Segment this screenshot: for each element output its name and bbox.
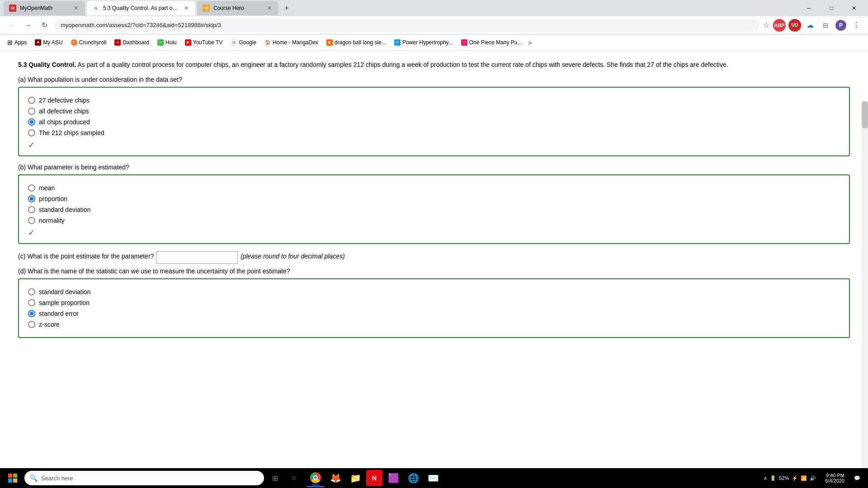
google-favicon: G: [92, 5, 99, 12]
part-d-label: (d) What is the name of the statistic ca…: [18, 267, 850, 275]
hulu-favicon: H: [157, 39, 164, 46]
title-bar: M MyOpenMath ✕ G 5.3 Quality Control. As…: [0, 0, 868, 16]
taskbar-search-bar[interactable]: 🔍 Search here: [24, 471, 264, 485]
scrollbar-thumb[interactable]: [862, 101, 868, 128]
bookmark-mangadex[interactable]: 🏠 Home - MangaDex: [261, 38, 322, 47]
part-d-option-3[interactable]: standard error: [28, 310, 840, 317]
part-d-answer-box: standard deviation sample proportion sta…: [18, 278, 850, 338]
bookmark-google[interactable]: G Google: [227, 38, 260, 47]
part-d-radio-3[interactable]: [28, 310, 35, 317]
part-b-option-1[interactable]: mean: [28, 184, 840, 192]
part-a-option-1-label: 27 defective chips: [39, 97, 90, 104]
part-a-option-3-label: all chips produced: [39, 118, 90, 126]
bookmark-apps-label: Apps: [14, 39, 27, 46]
part-b-label: (b) What parameter is being estimated?: [18, 164, 850, 171]
part-a-option-3[interactable]: all chips produced: [28, 118, 840, 126]
profile-icon[interactable]: P: [835, 19, 847, 32]
files-taskbar-icon[interactable]: 📁: [346, 469, 364, 487]
part-d-option-2[interactable]: sample proportion: [28, 299, 840, 306]
part-a-radio-4[interactable]: [28, 129, 35, 136]
back-button[interactable]: ←: [5, 19, 18, 32]
tab-course-hero-title: Course Hero: [213, 5, 262, 11]
new-tab-button[interactable]: +: [280, 2, 293, 14]
scrollbar[interactable]: [862, 101, 868, 468]
firefox-taskbar-icon[interactable]: 🦊: [326, 469, 344, 487]
bookmark-one-piece[interactable]: ○ One Piece Many Pu...: [458, 38, 526, 47]
refresh-button[interactable]: ↻: [38, 19, 51, 32]
part-a-option-1[interactable]: 27 defective chips: [28, 97, 840, 104]
part-d-option-4[interactable]: z-score: [28, 321, 840, 328]
part-a-radio-3[interactable]: [28, 118, 35, 126]
tab-quality-control-close[interactable]: ✕: [183, 5, 190, 12]
youtube-favicon: ▶: [185, 39, 191, 46]
url-input[interactable]: [54, 19, 760, 32]
tab-quality-control[interactable]: G 5.3 Quality Control. As part of a c...…: [87, 1, 195, 15]
clock[interactable]: 9:40 PM 6/4/2020: [821, 473, 848, 483]
minimize-button[interactable]: ─: [798, 1, 819, 15]
bookmark-apps[interactable]: ⊞ Apps: [4, 37, 30, 48]
part-c-input[interactable]: [156, 251, 238, 264]
battery-percentage: 52%: [779, 475, 789, 481]
close-button[interactable]: ✕: [844, 1, 864, 15]
tab-course-hero-close[interactable]: ✕: [266, 5, 273, 12]
chrome-taskbar-icon[interactable]: [307, 469, 325, 487]
google-bm-favicon: G: [231, 39, 237, 46]
part-a-option-4[interactable]: The 212 chips sampled: [28, 129, 840, 136]
svg-rect-2: [8, 479, 12, 483]
bookmark-crunchyroll-label: Crunchyroll: [79, 39, 107, 46]
part-a-option-2[interactable]: all defective chips: [28, 108, 840, 115]
bookmark-youtube-tv[interactable]: ▶ YouTube TV: [181, 38, 226, 47]
part-b-option-4[interactable]: normality: [28, 217, 840, 224]
notification-button[interactable]: 💬: [850, 469, 864, 487]
bookmark-dragonball[interactable]: ◉ dragon ball long sle...: [323, 38, 390, 47]
part-b-radio-2[interactable]: [28, 195, 35, 202]
part-b-option-2[interactable]: proportion: [28, 195, 840, 202]
page-content: 5.3 Quality Control. As part of a qualit…: [0, 51, 868, 468]
part-b-option-3[interactable]: standard deviation: [28, 206, 840, 213]
tab-course-hero[interactable]: ★ Course Hero ✕: [197, 1, 278, 15]
show-hidden-icons-button[interactable]: ∧: [764, 475, 767, 481]
profile-avatar: P: [835, 20, 846, 31]
part-d-radio-2[interactable]: [28, 299, 35, 306]
edge-taskbar-icon[interactable]: 🌐: [404, 469, 422, 487]
ud-icon[interactable]: UD: [788, 19, 801, 32]
svg-rect-1: [13, 474, 17, 478]
part-b-radio-4[interactable]: [28, 217, 35, 224]
cast-icon[interactable]: ⊟: [819, 19, 832, 32]
cortana-button[interactable]: ○: [286, 470, 302, 486]
part-b-radio-3[interactable]: [28, 206, 35, 213]
address-bar: ← → ↻ ☆ ABP UD ☁ ⊟ P ⋮: [0, 16, 868, 34]
bookmark-power-hypertrophy[interactable]: P Power Hypertrophy...: [391, 38, 457, 47]
part-a-radio-1[interactable]: [28, 97, 35, 104]
menu-icon[interactable]: ⋮: [850, 19, 863, 32]
start-button[interactable]: [4, 469, 22, 487]
window-controls: ─ □ ✕: [798, 1, 864, 15]
part-b-radio-1[interactable]: [28, 184, 35, 192]
part-a-radio-2[interactable]: [28, 108, 35, 115]
maximize-button[interactable]: □: [821, 1, 842, 15]
part-d-option-1[interactable]: standard deviation: [28, 288, 840, 296]
bookmark-star-icon[interactable]: ☆: [763, 21, 769, 29]
part-d-radio-4[interactable]: [28, 321, 35, 328]
part-d-radio-1[interactable]: [28, 288, 35, 296]
cloud-icon[interactable]: ☁: [804, 19, 816, 32]
tab-myopenmath[interactable]: M MyOpenMath ✕: [4, 1, 85, 15]
mail-taskbar-icon[interactable]: ✉️: [424, 469, 442, 487]
bookmark-one-piece-label: One Piece Many Pu...: [469, 39, 522, 46]
bookmark-hulu[interactable]: H Hulu: [154, 38, 180, 47]
abp-icon[interactable]: ABP: [773, 19, 786, 32]
part-a-checkmark: ✓: [28, 140, 840, 150]
slack-taskbar-icon[interactable]: 🟪: [384, 469, 402, 487]
netflix-taskbar-icon[interactable]: N: [366, 470, 382, 486]
bookmarks-more-icon[interactable]: »: [528, 39, 532, 46]
svg-rect-3: [13, 479, 17, 483]
forward-button[interactable]: →: [22, 19, 34, 32]
bookmark-myasu[interactable]: A My ASU: [31, 38, 66, 47]
tab-myopenmath-close[interactable]: ✕: [72, 5, 80, 12]
bookmark-crunchyroll[interactable]: C Crunchyroll: [67, 38, 110, 47]
bookmark-hulu-label: Hulu: [165, 39, 177, 46]
bookmark-dashboard[interactable]: h Dashboard: [111, 38, 153, 47]
taskview-button[interactable]: ⊞: [267, 470, 283, 486]
volume-icon[interactable]: 🔊: [810, 475, 816, 481]
part-d-option-4-label: z-score: [39, 321, 60, 328]
